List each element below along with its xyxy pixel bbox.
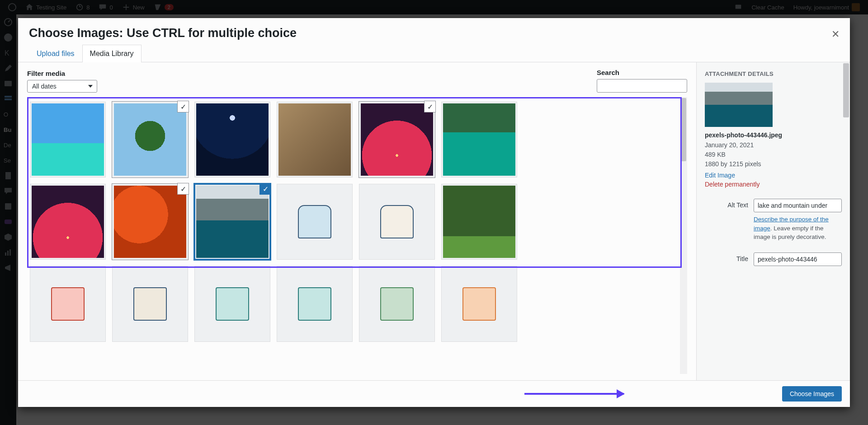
thumb-image: [114, 268, 186, 340]
thumb-river[interactable]: [441, 102, 517, 177]
check-icon: ✓: [424, 101, 436, 112]
thumb-image: [278, 268, 351, 340]
thumb-lake-mountain[interactable]: ✓: [194, 184, 270, 260]
thumb-shirt-orange[interactable]: [441, 266, 517, 342]
details-thumbnail: [705, 83, 773, 127]
thumb-image: [278, 103, 351, 176]
thumb-image: [443, 186, 515, 258]
search-label: Search: [597, 69, 687, 76]
thumb-image: [361, 268, 433, 340]
thumb-island[interactable]: ✓: [112, 102, 188, 177]
details-heading: ATTACHMENT DETAILS: [705, 70, 842, 77]
modal-header: Choose Images: Use CTRL for multiple cho…: [18, 18, 850, 45]
thumb-image: [114, 186, 186, 258]
details-filename: pexels-photo-443446.jpeg: [705, 131, 842, 139]
thumb-image: [443, 103, 515, 176]
details-dims: 1880 by 1215 pixels: [705, 159, 842, 169]
title-field-label: Title: [705, 252, 748, 262]
attachment-details: ATTACHMENT DETAILS pexels-photo-443446.j…: [696, 62, 850, 380]
details-size: 489 KB: [705, 150, 842, 159]
media-grid: ✓✓✓✓: [27, 97, 687, 346]
alt-text-input[interactable]: [754, 199, 842, 212]
alt-text-label: Alt Text: [705, 199, 748, 209]
media-main: Filter media All dates Search ✓✓✓✓: [18, 62, 696, 380]
thumb-beach[interactable]: [30, 102, 106, 177]
check-icon: ✓: [259, 183, 271, 195]
search-input[interactable]: [597, 79, 687, 93]
modal-footer: Choose Images: [18, 380, 850, 407]
close-button[interactable]: ✕: [826, 25, 844, 43]
media-modal: Choose Images: Use CTRL for multiple cho…: [18, 18, 850, 407]
thumb-image: [278, 186, 351, 258]
thumb-sunset-tree[interactable]: ✓: [359, 102, 435, 177]
thumb-image: [32, 268, 104, 340]
thumb-image: [32, 103, 104, 176]
thumb-autumn[interactable]: ✓: [112, 184, 188, 260]
edit-image-link[interactable]: Edit Image: [705, 172, 735, 179]
grid-scrollbar[interactable]: [680, 97, 687, 374]
thumb-image: [114, 103, 186, 176]
thumb-sunset-tree-2[interactable]: [30, 184, 106, 260]
thumb-hoodie-cream[interactable]: [359, 184, 435, 260]
thumb-image: [32, 186, 104, 258]
thumb-shirt-teal[interactable]: [194, 266, 270, 342]
thumb-image: [196, 103, 269, 176]
annotation-arrow: [524, 393, 624, 395]
thumb-forest[interactable]: [441, 184, 517, 260]
thumb-image: [443, 268, 515, 340]
filter-label: Filter media: [27, 70, 97, 77]
details-date: January 20, 2021: [705, 140, 842, 150]
tab-upload[interactable]: Upload files: [29, 45, 82, 62]
thumb-shirt-red[interactable]: [30, 266, 106, 342]
modal-title: Choose Images: Use CTRL for multiple cho…: [29, 26, 839, 40]
check-icon: ✓: [177, 183, 189, 195]
filter-date-select[interactable]: All dates: [27, 80, 97, 93]
thumb-image: [196, 268, 269, 340]
delete-link[interactable]: Delete permanently: [705, 181, 760, 188]
choose-images-button[interactable]: Choose Images: [782, 386, 842, 402]
thumb-night-dock[interactable]: [194, 102, 270, 177]
modal-tabs: Upload files Media Library: [18, 45, 850, 62]
details-scrollbar[interactable]: [843, 63, 849, 117]
thumb-image: [361, 186, 433, 258]
thumb-shirt-teal-2[interactable]: [277, 266, 353, 342]
thumb-image: [361, 103, 433, 176]
tab-media-library[interactable]: Media Library: [82, 45, 142, 62]
thumb-shirt-cream[interactable]: [112, 266, 188, 342]
check-icon: ✓: [177, 101, 189, 112]
thumb-desert[interactable]: [277, 102, 353, 177]
title-input[interactable]: [754, 252, 842, 266]
thumb-image: [196, 186, 269, 258]
close-icon: ✕: [831, 28, 840, 40]
thumb-hoodie-blue[interactable]: [277, 184, 353, 260]
thumb-shirt-green[interactable]: [359, 266, 435, 342]
media-grid-wrap[interactable]: ✓✓✓✓: [27, 97, 687, 374]
alt-text-help: Describe the purpose of the image. Leave…: [754, 215, 842, 242]
